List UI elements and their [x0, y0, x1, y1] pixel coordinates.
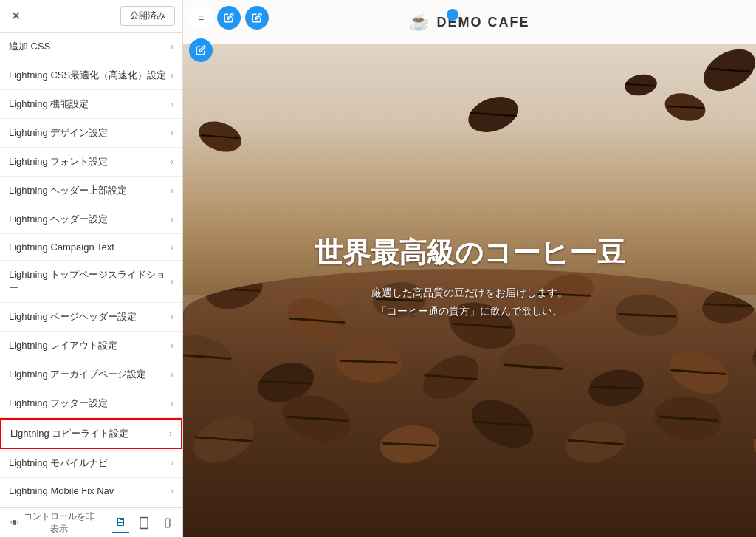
sidebar-item-label: 追加 CSS: [9, 40, 50, 53]
main-container: ✕ 公開済み 追加 CSS›Lightning CSS最適化（高速化）設定›Li…: [0, 0, 756, 537]
sidebar-item-top-slideshow[interactable]: Lightning トップページスライドショー›: [0, 261, 182, 303]
sidebar-item-additional-css[interactable]: 追加 CSS›: [0, 33, 182, 61]
edit-button-2[interactable]: [245, 6, 269, 30]
hamburger-menu-button[interactable]: ≡: [189, 6, 213, 30]
sidebar-item-label: Lightning フッター設定: [9, 397, 108, 410]
chevron-right-icon: ›: [171, 70, 173, 81]
desktop-device-button[interactable]: 🖥: [112, 513, 130, 533]
site-logo: ☕ DEMO CAFE: [409, 13, 529, 32]
beans-svg-top: [183, 48, 756, 196]
mobile-device-button[interactable]: [159, 513, 176, 533]
sidebar-item-label: Lightning モバイルナビ: [9, 456, 108, 470]
sidebar-item-campaign-text[interactable]: Lightning Campaign Text›: [0, 234, 182, 261]
sidebar-item-design-settings[interactable]: Lightning デザイン設定›: [0, 119, 182, 148]
site-header: ☕ DEMO CAFE: [183, 0, 756, 44]
edit-button-3[interactable]: [189, 38, 213, 62]
hero-content: 世界最高級のコーヒー豆 厳選した高品質の豆だけをお届けします。 「コーヒー通の貴…: [315, 234, 625, 321]
sidebar-item-label: Lightning アーカイブページ設定: [9, 368, 146, 381]
hero-subtitle: 厳選した高品質の豆だけをお届けします。 「コーヒー通の貴方」に飲んで欲しい。: [315, 284, 625, 321]
sidebar-item-label: Lightning フォント設定: [9, 155, 108, 168]
sidebar-item-font-settings[interactable]: Lightning フォント設定›: [0, 148, 182, 177]
sidebar-item-mobile-fix-nav[interactable]: Lightning Mobile Fix Nav›: [0, 478, 182, 504]
sidebar-item-archive-settings[interactable]: Lightning アーカイブページ設定›: [0, 360, 182, 389]
chevron-right-icon: ›: [171, 341, 173, 351]
sidebar-item-label: Lightning 機能設定: [9, 98, 89, 111]
preview-toolbar: ≡: [189, 6, 269, 30]
sidebar-item-label: Lightning Campaign Text: [9, 242, 114, 253]
sidebar-item-layout-settings[interactable]: Lightning レイアウト設定›: [0, 332, 182, 360]
svg-point-48: [751, 335, 756, 377]
sidebar-close-button[interactable]: ✕: [7, 8, 24, 24]
sidebar-item-label: Lightning ヘッダー設定: [9, 213, 108, 226]
svg-point-16: [202, 269, 267, 315]
chevron-right-icon: ›: [171, 41, 173, 52]
sidebar-item-label: Lightning レイアウト設定: [9, 339, 117, 352]
toggle-controls-label: コントロールを非表示: [22, 510, 96, 536]
hero-subtitle-line2: 「コーヒー通の貴方」に飲んで欲しい。: [315, 302, 625, 321]
site-name: DEMO CAFE: [436, 15, 529, 30]
publish-button[interactable]: 公開済み: [120, 6, 175, 26]
sidebar-item-label: Lightning CSS最適化（高速化）設定: [9, 69, 166, 82]
bottom-bar: 👁 コントロールを非表示 🖥: [0, 507, 182, 537]
chevron-right-icon: ›: [171, 99, 173, 109]
hero-subtitle-line1: 厳選した高品質の豆だけをお届けします。: [315, 284, 625, 302]
svg-point-14: [183, 284, 188, 336]
sidebar-item-label: Lightning ヘッダー上部設定: [9, 184, 127, 197]
sidebar-item-css-optimization[interactable]: Lightning CSS最適化（高速化）設定›: [0, 61, 182, 90]
sidebar-header: ✕ 公開済み: [0, 0, 182, 33]
chevron-right-icon: ›: [171, 398, 173, 408]
chevron-right-icon: ›: [171, 486, 173, 496]
sidebar-item-copyright-settings[interactable]: Lightning コピーライト設定›: [0, 418, 182, 449]
sidebar-item-label: Lightning ページヘッダー設定: [9, 310, 137, 324]
edit-button-1[interactable]: [217, 6, 241, 30]
sidebar-item-footer-settings[interactable]: Lightning フッター設定›: [0, 389, 182, 418]
chevron-right-icon: ›: [171, 276, 173, 287]
chevron-right-icon: ›: [169, 428, 172, 439]
sidebar-item-label: Lightning デザイン設定: [9, 126, 108, 140]
tablet-device-button[interactable]: [135, 513, 153, 533]
hero-title: 世界最高級のコーヒー豆: [315, 234, 625, 272]
svg-point-4: [696, 48, 756, 100]
sidebar: ✕ 公開済み 追加 CSS›Lightning CSS最適化（高速化）設定›Li…: [0, 0, 183, 537]
sidebar-item-header-top-settings[interactable]: Lightning ヘッダー上部設定›: [0, 177, 182, 205]
sidebar-menu-list: 追加 CSS›Lightning CSS最適化（高速化）設定›Lightning…: [0, 33, 182, 507]
eye-icon: 👁: [10, 518, 19, 528]
chevron-right-icon: ›: [171, 128, 173, 138]
chevron-right-icon: ›: [171, 214, 173, 225]
chevron-right-icon: ›: [171, 458, 173, 468]
sidebar-item-label: Lightning トップページスライドショー: [9, 268, 171, 295]
sidebar-item-mobile-nav[interactable]: Lightning モバイルナビ›: [0, 449, 182, 478]
svg-point-66: [748, 411, 756, 466]
chevron-right-icon: ›: [171, 185, 173, 196]
logo-cup-icon: ☕: [409, 13, 430, 32]
sidebar-item-page-header[interactable]: Lightning ページヘッダー設定›: [0, 303, 182, 332]
sidebar-item-label: Lightning コピーライト設定: [10, 427, 128, 440]
sidebar-item-label: Lightning Mobile Fix Nav: [9, 485, 114, 496]
chevron-right-icon: ›: [171, 157, 173, 167]
sidebar-item-header-settings[interactable]: Lightning ヘッダー設定›: [0, 205, 182, 234]
chevron-right-icon: ›: [171, 369, 173, 380]
sidebar-item-feature-settings[interactable]: Lightning 機能設定›: [0, 90, 182, 119]
chevron-right-icon: ›: [171, 312, 173, 322]
hero-image: ☕ DEMO CAFE: [183, 0, 756, 537]
toggle-controls-button[interactable]: 👁 コントロールを非表示: [6, 507, 100, 538]
preview-area: ≡ ☕ DEMO CAFE: [183, 0, 756, 537]
chevron-right-icon: ›: [171, 242, 173, 253]
